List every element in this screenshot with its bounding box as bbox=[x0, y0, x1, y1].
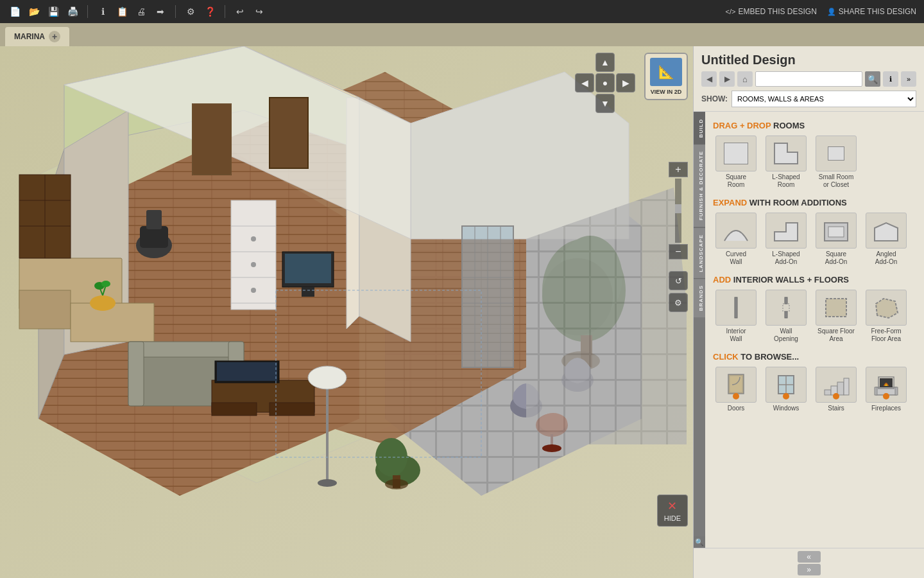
svg-rect-109 bbox=[844, 378, 849, 395]
fireplaces-dot bbox=[883, 393, 889, 399]
svg-point-41 bbox=[251, 236, 256, 241]
item-square-room[interactable]: SquareRoom bbox=[713, 136, 759, 189]
info-button[interactable]: ℹ bbox=[883, 71, 898, 87]
separator2 bbox=[175, 5, 176, 18]
hide-button[interactable]: ✕ HIDE bbox=[657, 495, 688, 527]
redo-button[interactable]: ↪ bbox=[252, 4, 266, 19]
embed-button[interactable]: </> EMBED THIS DESIGN bbox=[725, 7, 816, 16]
canvas-area[interactable]: 📐 VIEW IN 2D ▲ ◀ ● ▶ ▼ + − bbox=[0, 46, 693, 578]
nav-forward-button[interactable]: ▶ bbox=[719, 71, 735, 87]
vtab-furnish[interactable]: FURNISH & DECORATE bbox=[694, 144, 705, 227]
zoom-controls: + − bbox=[669, 162, 688, 259]
zoom-in-button[interactable]: + bbox=[669, 162, 688, 177]
square-floor-area-label: Square FloorArea bbox=[817, 328, 855, 343]
new-file-icon[interactable]: 📄 bbox=[8, 4, 22, 19]
l-shaped-room-label: L-ShapedRoom bbox=[772, 173, 800, 189]
print2-icon[interactable]: 🖨 bbox=[134, 4, 148, 19]
toolbar: 📄 📂 💾 🖨️ ℹ 📋 🖨 ➡ ⚙ ❓ ↩ ↪ </> EMBED THIS … bbox=[0, 0, 924, 23]
windows-dot bbox=[783, 393, 789, 399]
item-wall-opening[interactable]: WallOpening bbox=[763, 290, 809, 343]
separator3 bbox=[225, 5, 225, 18]
undo-button[interactable]: ↩ bbox=[233, 4, 247, 19]
interior-wall-icon bbox=[715, 290, 757, 326]
svg-rect-45 bbox=[140, 226, 168, 248]
settings2-button[interactable]: ⚙ bbox=[669, 293, 688, 312]
freeform-floor-area-icon bbox=[866, 290, 907, 326]
fireplaces-icon bbox=[866, 367, 907, 403]
item-curved-wall[interactable]: CurvedWall bbox=[713, 213, 759, 266]
click-keyword: CLICK bbox=[713, 352, 739, 362]
sidebar-vertical-tabs: BUILD FURNISH & DECORATE LANDSCAPE BRAND… bbox=[694, 112, 705, 548]
doors-icon bbox=[715, 367, 757, 403]
settings-icon[interactable]: ⚙ bbox=[184, 4, 198, 19]
view-2d-button[interactable]: 📐 VIEW IN 2D bbox=[644, 53, 688, 100]
help-icon[interactable]: ❓ bbox=[203, 4, 217, 19]
nav-home-button[interactable]: ⌂ bbox=[737, 71, 753, 87]
svg-rect-104 bbox=[779, 385, 785, 393]
pan-down-button[interactable]: ▼ bbox=[595, 94, 615, 113]
zoom-out-button[interactable]: − bbox=[669, 244, 688, 259]
pan-up-button[interactable]: ▲ bbox=[595, 53, 615, 72]
interior-wall-label: InteriorWall bbox=[726, 328, 746, 343]
nav-row-top: ▲ bbox=[595, 53, 615, 72]
item-l-shaped-room[interactable]: L-ShapedRoom bbox=[763, 136, 809, 189]
share-button[interactable]: 👤 SHARE THIS DESIGN bbox=[827, 7, 916, 16]
collapse-down-button[interactable]: » bbox=[798, 564, 821, 575]
tab-add-button[interactable]: + bbox=[49, 31, 60, 42]
zoom-track[interactable] bbox=[675, 179, 681, 243]
vtab-brands[interactable]: BRANDS bbox=[694, 278, 705, 317]
svg-point-79 bbox=[318, 479, 337, 487]
svg-rect-20 bbox=[270, 98, 308, 168]
browse-stairs[interactable]: Stairs bbox=[813, 367, 859, 412]
item-l-shaped-addon[interactable]: L-ShapedAdd-On bbox=[763, 213, 809, 266]
vtab-landscape[interactable]: LANDSCAPE bbox=[694, 227, 705, 279]
item-square-addon[interactable]: SquareAdd-On bbox=[813, 213, 859, 266]
chevron-button[interactable]: » bbox=[901, 71, 916, 87]
browse-fireplaces[interactable]: Fireplaces bbox=[863, 367, 909, 412]
item-angled-addon[interactable]: AngledAdd-On bbox=[863, 213, 909, 266]
rotate-button[interactable]: ↺ bbox=[669, 271, 688, 290]
item-square-floor-area[interactable]: Square FloorArea bbox=[813, 290, 859, 343]
vtab-search-icon[interactable]: 🔍 bbox=[694, 536, 705, 548]
browse-windows[interactable]: Windows bbox=[763, 367, 809, 412]
item-interior-wall[interactable]: InteriorWall bbox=[713, 290, 759, 343]
print-icon[interactable]: 🖨️ bbox=[65, 4, 80, 19]
pan-left-button[interactable]: ◀ bbox=[575, 73, 594, 92]
search-input[interactable] bbox=[755, 71, 862, 87]
svg-point-70 bbox=[385, 479, 408, 489]
collapse-up-button[interactable]: « bbox=[798, 551, 821, 563]
svg-rect-95 bbox=[826, 299, 846, 317]
zoom-thumb[interactable] bbox=[675, 204, 681, 213]
show-select[interactable]: ROOMS, WALLS & AREAS FURNITURE ALL bbox=[732, 91, 916, 107]
svg-rect-34 bbox=[285, 254, 331, 283]
tab-marina[interactable]: MARINA + bbox=[5, 27, 69, 46]
square-room-label: SquareRoom bbox=[726, 173, 746, 189]
browse-doors[interactable]: Doors bbox=[713, 367, 759, 412]
svg-rect-106 bbox=[825, 390, 831, 395]
interior-keyword: INTERIOR WALLS + FLOORS bbox=[733, 275, 849, 285]
floorplan-svg bbox=[0, 46, 693, 578]
svg-point-43 bbox=[251, 288, 256, 293]
svg-rect-93 bbox=[785, 311, 787, 318]
windows-label: Windows bbox=[773, 405, 800, 412]
info-icon[interactable]: ℹ bbox=[96, 4, 110, 19]
item-small-room[interactable]: Small Roomor Closet bbox=[813, 136, 859, 189]
search-go-button[interactable]: 🔍 bbox=[865, 71, 880, 87]
doors-dot bbox=[733, 393, 739, 399]
svg-rect-108 bbox=[837, 382, 844, 395]
svg-marker-84 bbox=[774, 143, 798, 164]
share-icon: 👤 bbox=[827, 8, 836, 16]
pages-icon[interactable]: 📋 bbox=[115, 4, 129, 19]
item-freeform-floor-area[interactable]: Free-FormFloor Area bbox=[863, 290, 909, 343]
pan-right-button[interactable]: ▶ bbox=[616, 73, 635, 92]
nav-row-middle: ◀ ● ▶ bbox=[575, 73, 635, 92]
pan-center-button[interactable]: ● bbox=[595, 73, 615, 92]
save-icon[interactable]: 💾 bbox=[46, 4, 60, 19]
toolbar-right-actions: </> EMBED THIS DESIGN 👤 SHARE THIS DESIG… bbox=[725, 7, 916, 16]
section-expand-header: EXPAND WITH ROOM ADDITIONS bbox=[713, 198, 916, 207]
open-file-icon[interactable]: 📂 bbox=[27, 4, 41, 19]
nav-back-button[interactable]: ◀ bbox=[701, 71, 717, 87]
export-icon[interactable]: ➡ bbox=[153, 4, 167, 19]
vtab-build[interactable]: BUILD bbox=[694, 112, 705, 144]
svg-point-48 bbox=[90, 295, 116, 311]
